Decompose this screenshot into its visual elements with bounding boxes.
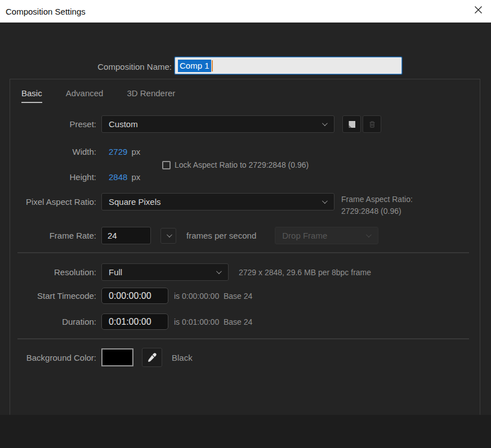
duration-row: Duration: is 0:01:00:00 Base 24: [10, 313, 480, 330]
width-value[interactable]: 2729: [109, 147, 127, 156]
text-caret: [212, 60, 213, 71]
close-icon: [474, 6, 483, 14]
height-row: Height: 2848 px: [10, 170, 480, 183]
frame-rate-input[interactable]: [101, 227, 151, 244]
dialog-footer: Preview OK Cancel: [0, 415, 491, 448]
frame-rate-label: Frame Rate:: [10, 231, 96, 240]
drop-frame-dropdown[interactable]: Drop Frame: [275, 227, 378, 244]
eyedropper-icon: [146, 352, 158, 363]
tab-bar: Basic Advanced 3D Renderer: [21, 88, 175, 103]
composition-name-input[interactable]: Comp 1: [175, 57, 402, 74]
frame-aspect-ratio-line2: 2729:2848 (0.96): [341, 205, 413, 217]
delete-preset-button[interactable]: [363, 115, 381, 133]
frame-aspect-ratio-info: Frame Aspect Ratio: 2729:2848 (0.96): [341, 194, 413, 217]
resolution-label: Resolution:: [10, 267, 96, 277]
preset-row: Preset: Custom: [10, 115, 480, 133]
chevron-down-icon: [366, 232, 372, 238]
resolution-dropdown[interactable]: Full: [101, 263, 229, 281]
background-color-row: Background Color: Black: [10, 348, 480, 367]
lock-aspect-checkbox[interactable]: [162, 161, 171, 169]
trash-icon: [367, 119, 377, 129]
resolution-info: 2729 x 2848, 29.6 MB per 8bpc frame: [239, 268, 371, 277]
frame-aspect-ratio-line1: Frame Aspect Ratio:: [341, 194, 413, 205]
chevron-down-icon: [322, 120, 328, 126]
save-preset-icon: [347, 119, 357, 129]
resolution-row: Resolution: Full 2729 x 2848, 29.6 MB pe…: [10, 263, 480, 281]
chevron-down-icon: [166, 232, 172, 238]
separator: [17, 338, 469, 339]
settings-panel: Basic Advanced 3D Renderer Preset: Custo…: [10, 79, 480, 437]
height-value[interactable]: 2848: [109, 172, 127, 182]
frame-rate-dropdown-button[interactable]: [160, 228, 176, 244]
duration-info: is 0:01:00:00 Base 24: [174, 317, 252, 326]
lock-aspect-row: Lock Aspect Ratio to 2729:2848 (0.96): [162, 160, 309, 170]
height-label: Height:: [10, 172, 96, 182]
width-row: Width: 2729 px: [10, 145, 480, 158]
preset-value: Custom: [109, 119, 138, 129]
chevron-down-icon: [322, 198, 328, 204]
width-label: Width:: [10, 147, 96, 156]
duration-input[interactable]: [101, 313, 168, 330]
window-title: Composition Settings: [6, 7, 86, 16]
start-timecode-info: is 0:00:00:00 Base 24: [174, 292, 252, 301]
preset-dropdown[interactable]: Custom: [101, 115, 334, 133]
lock-aspect-label: Lock Aspect Ratio to 2729:2848 (0.96): [175, 160, 309, 169]
title-bar: Composition Settings: [0, 0, 491, 23]
background-color-name: Black: [172, 353, 193, 362]
start-timecode-label: Start Timecode:: [10, 291, 96, 301]
save-preset-button[interactable]: [342, 115, 361, 133]
frame-rate-unit: frames per second: [186, 231, 256, 240]
duration-label: Duration:: [10, 317, 96, 326]
dialog-body: Composition Name: Comp 1 Basic Advanced …: [0, 23, 491, 415]
preset-label: Preset:: [10, 119, 96, 129]
pixel-aspect-ratio-value: Square Pixels: [109, 197, 161, 207]
eyedropper-button[interactable]: [142, 348, 162, 367]
width-unit: px: [131, 147, 140, 156]
background-color-label: Background Color:: [10, 353, 96, 362]
pixel-aspect-ratio-dropdown[interactable]: Square Pixels: [101, 193, 334, 210]
tab-3d-renderer[interactable]: 3D Renderer: [127, 88, 175, 103]
resolution-value: Full: [109, 267, 122, 277]
frame-rate-row: Frame Rate: frames per second Drop Frame: [10, 227, 480, 244]
drop-frame-value: Drop Frame: [282, 231, 327, 240]
separator: [17, 252, 469, 253]
start-timecode-input[interactable]: [101, 288, 168, 304]
composition-name-label: Composition Name:: [0, 62, 172, 71]
composition-name-value: Comp 1: [178, 60, 211, 72]
composition-settings-dialog: Composition Settings Composition Name: C…: [0, 0, 491, 448]
tab-advanced[interactable]: Advanced: [66, 88, 104, 103]
start-timecode-row: Start Timecode: is 0:00:00:00 Base 24: [10, 288, 480, 304]
height-unit: px: [131, 172, 140, 182]
pixel-aspect-ratio-label: Pixel Aspect Ratio:: [10, 197, 96, 207]
chevron-down-icon: [216, 268, 222, 274]
background-color-swatch[interactable]: [101, 348, 133, 366]
tab-basic[interactable]: Basic: [21, 88, 42, 103]
close-button[interactable]: [465, 0, 491, 19]
